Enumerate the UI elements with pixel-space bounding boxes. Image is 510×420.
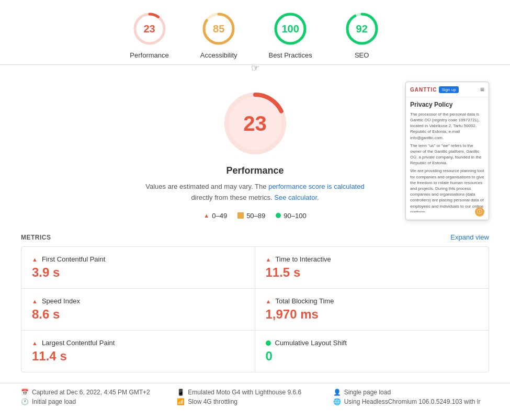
legend-green: 90–100 <box>276 212 306 220</box>
metric-value-cls: 0 <box>266 349 479 364</box>
triangle-icon-fcp: ▲ <box>32 256 38 263</box>
main-score-value: 23 <box>243 112 267 135</box>
preview-para3: We are providing resource planning tool … <box>410 168 484 212</box>
cookie-icon: ⓘ <box>475 207 484 217</box>
legend-range-orange: 50–89 <box>246 212 265 220</box>
metric-name-lcp: Largest Contentful Paint <box>42 339 115 347</box>
metric-value-tbt: 1,970 ms <box>266 307 479 322</box>
legend-range-red: 0–49 <box>212 212 227 220</box>
triangle-icon-lcp: ▲ <box>32 340 38 346</box>
score-label-accessibility: Accessibility <box>200 51 237 59</box>
metric-cell-tbt: ▲ Total Blocking Time 1,970 ms <box>255 289 489 331</box>
main-score-circle: 23 <box>219 87 292 160</box>
metric-cell-fcp: ▲ First Contentful Paint 3.9 s <box>21 247 255 289</box>
metric-cell-lcp: ▲ Largest Contentful Paint 11.4 s <box>21 331 255 372</box>
score-label-seo: SEO <box>355 51 369 59</box>
footer-initial-text: Initial page load <box>32 398 76 405</box>
note-mid: directly from these metrics. <box>191 194 272 201</box>
metric-header-tbt: ▲ Total Blocking Time <box>266 297 479 305</box>
footer-throttle: 📶 Slow 4G throttling <box>177 398 333 405</box>
score-label-performance: Performance <box>130 51 168 59</box>
expand-view-link[interactable]: Expand view <box>450 233 489 241</box>
score-item-performance[interactable]: 23 Performance <box>130 10 168 59</box>
metric-name-tbt: Total Blocking Time <box>275 297 334 305</box>
metric-cell-tti: ▲ Time to Interactive 11.5 s <box>255 247 489 289</box>
metric-name-si: Speed Index <box>42 297 80 305</box>
metric-name-fcp: First Contentful Paint <box>42 255 105 263</box>
score-legend: ▲ 0–49 50–89 90–100 <box>203 212 306 220</box>
footer-captured: 📅 Captured at Dec 6, 2022, 4:45 PM GMT+2 <box>21 389 177 396</box>
metric-cell-cls: Cumulative Layout Shift 0 <box>255 331 489 372</box>
score-value-seo: 92 <box>356 23 368 35</box>
clock-icon: 🕐 <box>21 398 29 405</box>
perf-note: Values are estimated and may vary. The p… <box>145 181 364 203</box>
square-orange-icon <box>237 212 244 219</box>
footer-device: 📱 Emulated Moto G4 with Lighthouse 9.6.6 <box>177 389 333 396</box>
metric-header-cls: Cumulative Layout Shift <box>266 339 479 347</box>
metric-header-lcp: ▲ Largest Contentful Paint <box>32 339 244 347</box>
score-item-best-practices[interactable]: 100 Best Practices <box>269 10 312 59</box>
score-value-best-practices: 100 <box>281 23 299 35</box>
top-scores-bar: 23 Performance 85 Accessibility <box>0 0 510 76</box>
score-circle-accessibility: 85 <box>200 10 237 47</box>
triangle-icon-tbt: ▲ <box>266 298 271 304</box>
footer-load-type: 👤 Single page load <box>333 389 489 396</box>
preview-menu-icon[interactable]: ≡ <box>480 85 484 94</box>
preview-content: Privacy Policy The processor of the pers… <box>406 97 489 212</box>
triangle-icon-tti: ▲ <box>266 256 271 263</box>
note-text: Values are estimated and may vary. The <box>145 183 266 190</box>
metrics-section: METRICS Expand view ▲ First Contentful P… <box>0 233 510 372</box>
metric-header-si: ▲ Speed Index <box>32 297 244 305</box>
legend-red: ▲ 0–49 <box>203 212 227 220</box>
circle-icon-cls <box>266 340 271 346</box>
footer-throttle-text: Slow 4G throttling <box>188 398 237 405</box>
metrics-title: METRICS <box>21 234 51 241</box>
score-item-seo[interactable]: 92 SEO <box>344 10 380 59</box>
metric-cell-si: ▲ Speed Index 8.6 s <box>21 289 255 331</box>
metric-value-tti: 11.5 s <box>266 265 479 280</box>
preview-title: Privacy Policy <box>410 100 484 109</box>
footer-load-type-text: Single page load <box>344 389 391 396</box>
legend-orange: 50–89 <box>237 212 265 220</box>
calendar-icon: 📅 <box>21 389 29 396</box>
metric-header-tti: ▲ Time to Interactive <box>266 255 479 263</box>
score-value-performance: 23 <box>143 23 155 35</box>
footer-browser: 🌐 Using HeadlessChromium 106.0.5249.103 … <box>333 398 489 405</box>
main-performance-title: Performance <box>226 165 284 176</box>
metric-value-fcp: 3.9 s <box>32 265 244 280</box>
device-icon: 📱 <box>177 389 185 396</box>
preview-para2: The term "us" or "we" refers to the owne… <box>410 143 484 166</box>
metric-name-tti: Time to Interactive <box>275 255 331 263</box>
triangle-red-icon: ▲ <box>203 212 209 219</box>
preview-logo: GANTTIC <box>410 87 437 93</box>
score-circle-seo: 92 <box>344 10 380 47</box>
metric-header-fcp: ▲ First Contentful Paint <box>32 255 244 263</box>
legend-range-green: 90–100 <box>284 212 306 220</box>
preview-signup-button[interactable]: Sign up <box>439 86 458 93</box>
score-item-accessibility[interactable]: 85 Accessibility <box>200 10 237 59</box>
footer-device-text: Emulated Moto G4 with Lighthouse 9.6.6 <box>188 389 301 396</box>
footer-initial: 🕐 Initial page load <box>21 398 177 405</box>
score-label-best-practices: Best Practices <box>269 51 312 59</box>
footer-bar: 📅 Captured at Dec 6, 2022, 4:45 PM GMT+2… <box>0 383 510 411</box>
person-icon: 👤 <box>333 389 341 396</box>
metric-value-si: 8.6 s <box>32 307 244 322</box>
triangle-icon-si: ▲ <box>32 298 38 304</box>
score-circle-best-practices: 100 <box>272 10 309 47</box>
calc-link[interactable]: See calculator. <box>274 194 319 201</box>
preview-panel: GANTTIC Sign up ≡ Privacy Policy The pro… <box>405 82 489 220</box>
preview-para1: The processor of the personal data is Ga… <box>410 111 484 141</box>
wifi-icon: 📶 <box>177 398 185 405</box>
metric-name-cls: Cumulative Layout Shift <box>275 339 347 347</box>
metrics-header: METRICS Expand view <box>21 233 489 241</box>
metric-value-lcp: 11.4 s <box>32 349 244 364</box>
preview-footer-cookie: ⓘ <box>475 207 484 217</box>
score-value-accessibility: 85 <box>213 23 224 35</box>
score-circle-performance: 23 <box>131 10 168 47</box>
footer-browser-text: Using HeadlessChromium 106.0.5249.103 wi… <box>344 398 481 405</box>
perf-score-link[interactable]: performance score is calculated <box>268 183 365 190</box>
browser-icon: 🌐 <box>333 398 341 405</box>
metrics-grid: ▲ First Contentful Paint 3.9 s ▲ Time to… <box>21 246 489 372</box>
circle-green-icon <box>276 213 281 218</box>
preview-header: GANTTIC Sign up ≡ <box>406 82 489 97</box>
